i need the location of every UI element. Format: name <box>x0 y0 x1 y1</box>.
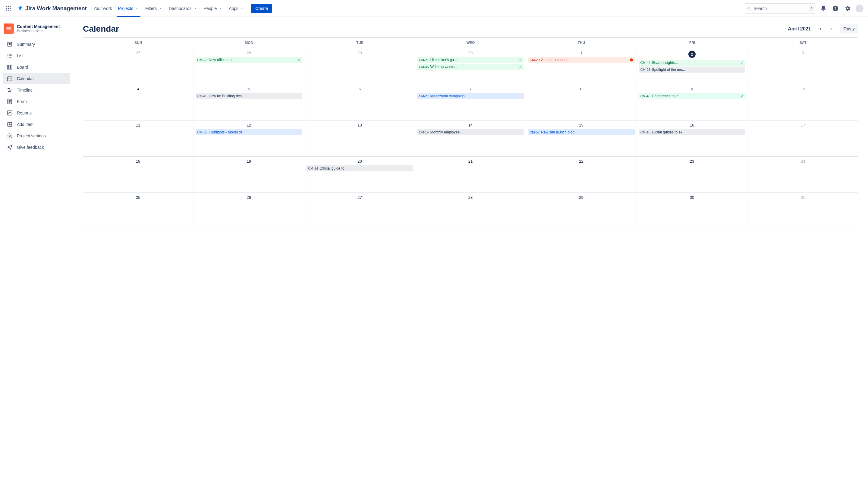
day-cell[interactable]: 8 <box>526 84 637 120</box>
day-cell[interactable]: 21 <box>415 157 526 192</box>
day-cell[interactable]: 30CM-27Hitchhiker's gu...✓CM-45Write up … <box>415 48 526 84</box>
day-number: 30 <box>417 50 524 57</box>
day-cell[interactable]: 24 <box>747 157 858 192</box>
event-key: CM-20 <box>530 58 539 62</box>
day-number: 13 <box>306 122 413 129</box>
calendar-event[interactable]: CM-27#teamwork campaign <box>417 93 524 99</box>
day-cell[interactable]: 23 <box>637 157 748 192</box>
day-cell[interactable]: 10 <box>747 84 858 120</box>
sidebar-item-add-item[interactable]: Add item <box>3 119 70 130</box>
notifications-icon[interactable] <box>818 4 828 13</box>
calendar-event[interactable]: CM-57New site launch blog <box>528 129 635 135</box>
project-icon <box>4 23 14 34</box>
status-dot-icon <box>630 58 633 61</box>
calendar-event[interactable]: CM-27Hitchhiker's gu...✓ <box>417 57 524 63</box>
calendar-event[interactable]: CM-56Highlights - month of <box>196 129 302 135</box>
day-cell[interactable]: 1CM-20Announcement b... <box>526 48 637 84</box>
calendar-event[interactable]: CM-23New office tour✓ <box>196 57 302 63</box>
week-row: 45CM-45How to: Building des67CM-27#teamw… <box>83 84 858 120</box>
settings-icon[interactable] <box>843 4 852 13</box>
week-row: 1112CM-56Highlights - month of1314CM-14M… <box>83 120 858 157</box>
calendar-event[interactable]: CM-18Digital guides to ex... <box>639 129 746 135</box>
check-icon: ✓ <box>740 60 743 65</box>
day-cell[interactable]: 20CM-14Official guide to <box>304 157 415 192</box>
sidebar-item-form[interactable]: Form <box>3 96 70 107</box>
calendar-event[interactable]: CM-14Official guide to <box>306 165 413 171</box>
nav-item-your-work[interactable]: Your work <box>90 0 115 17</box>
calendar-event[interactable]: CM-48Conference tour✓ <box>639 93 746 99</box>
sidebar-item-reports[interactable]: Reports <box>3 107 70 119</box>
product-name: Jira Work Management <box>25 5 87 12</box>
day-cell[interactable]: 7CM-27#teamwork campaign <box>415 84 526 120</box>
day-cell[interactable]: 29 <box>526 193 637 229</box>
day-cell[interactable]: 28CM-23New office tour✓ <box>194 48 305 84</box>
day-number: 24 <box>749 158 856 165</box>
calendar-event[interactable]: CM-44Share insights...✓ <box>639 60 746 66</box>
svg-point-9 <box>748 7 750 10</box>
event-title: Digital guides to ex... <box>652 130 685 134</box>
sidebar-item-calendar[interactable]: Calendar <box>3 73 70 84</box>
search-box[interactable]: / <box>744 3 816 14</box>
day-cell[interactable]: 22 <box>526 157 637 192</box>
today-button[interactable]: Today <box>840 24 858 34</box>
nav-item-filters[interactable]: Filters <box>142 0 166 17</box>
next-month-button[interactable] <box>827 24 836 34</box>
calendar-event[interactable]: CM-45Write up works...✓ <box>417 64 524 70</box>
day-cell[interactable]: 4 <box>83 84 194 120</box>
top-navigation: Jira Work Management Your workProjectsFi… <box>0 0 868 17</box>
day-cell[interactable]: 6 <box>304 84 415 120</box>
nav-label: Dashboards <box>169 6 192 11</box>
create-button[interactable]: Create <box>251 4 272 13</box>
prev-month-button[interactable] <box>816 24 825 34</box>
day-cell[interactable]: 12CM-56Highlights - month of <box>194 120 305 156</box>
day-cell[interactable]: 31 <box>747 193 858 229</box>
day-cell[interactable]: 11 <box>83 120 194 156</box>
profile-avatar[interactable] <box>855 4 864 13</box>
day-cell[interactable]: 27 <box>83 48 194 84</box>
day-cell[interactable]: 29 <box>304 48 415 84</box>
day-number: 28 <box>417 194 524 202</box>
help-icon[interactable]: ? <box>831 4 840 13</box>
sidebar-item-project-settings[interactable]: Project settings <box>3 130 70 141</box>
day-cell[interactable]: 18 <box>83 157 194 192</box>
day-cell[interactable]: 17 <box>747 120 858 156</box>
day-number: 26 <box>196 194 302 202</box>
day-cell[interactable]: 9CM-48Conference tour✓ <box>637 84 748 120</box>
sidebar-item-summary[interactable]: Summary <box>3 39 70 50</box>
sidebar-item-list[interactable]: List <box>3 50 70 61</box>
sidebar-item-timeline[interactable]: Timeline <box>3 84 70 96</box>
day-cell[interactable]: 27 <box>304 193 415 229</box>
week-row: 2728CM-23New office tour✓2930CM-27Hitchh… <box>83 48 858 84</box>
nav-item-people[interactable]: People <box>201 0 226 17</box>
app-switcher-icon[interactable] <box>4 4 13 13</box>
sidebar-item-board[interactable]: Board <box>3 61 70 73</box>
day-cell[interactable]: 14CM-14Monthly employee ... <box>415 120 526 156</box>
day-number: 23 <box>639 158 746 165</box>
nav-item-projects[interactable]: Projects <box>115 0 142 17</box>
day-cell[interactable]: 30 <box>637 193 748 229</box>
calendar-event[interactable]: CM-23Spotlight of the mo... <box>639 66 746 73</box>
day-cell[interactable]: 28 <box>415 193 526 229</box>
day-cell[interactable]: 13 <box>304 120 415 156</box>
day-cell[interactable]: 19 <box>194 157 305 192</box>
calendar-event[interactable]: CM-20Announcement b... <box>528 57 635 63</box>
search-input[interactable] <box>754 6 806 11</box>
calendar-event[interactable]: CM-45How to: Building des <box>196 93 302 99</box>
nav-item-apps[interactable]: Apps <box>226 0 247 17</box>
product-logo[interactable]: Jira Work Management <box>15 5 89 12</box>
nav-item-dashboards[interactable]: Dashboards <box>166 0 201 17</box>
day-cell[interactable]: 2CM-44Share insights...✓CM-23Spotlight o… <box>637 48 748 84</box>
project-header[interactable]: Content Management Business project <box>3 23 70 39</box>
svg-point-3 <box>6 8 7 9</box>
check-icon: ✓ <box>519 58 522 62</box>
day-cell[interactable]: 15CM-57New site launch blog <box>526 120 637 156</box>
check-icon: ✓ <box>519 65 522 69</box>
day-cell[interactable]: 16CM-18Digital guides to ex... <box>637 120 748 156</box>
chevron-down-icon <box>134 6 139 11</box>
day-cell[interactable]: 3 <box>747 48 858 84</box>
day-cell[interactable]: 5CM-45How to: Building des <box>194 84 305 120</box>
calendar-event[interactable]: CM-14Monthly employee ... <box>417 129 524 135</box>
day-cell[interactable]: 26 <box>194 193 305 229</box>
day-cell[interactable]: 25 <box>83 193 194 229</box>
sidebar-item-give-feedback[interactable]: Give feedback <box>3 141 70 153</box>
